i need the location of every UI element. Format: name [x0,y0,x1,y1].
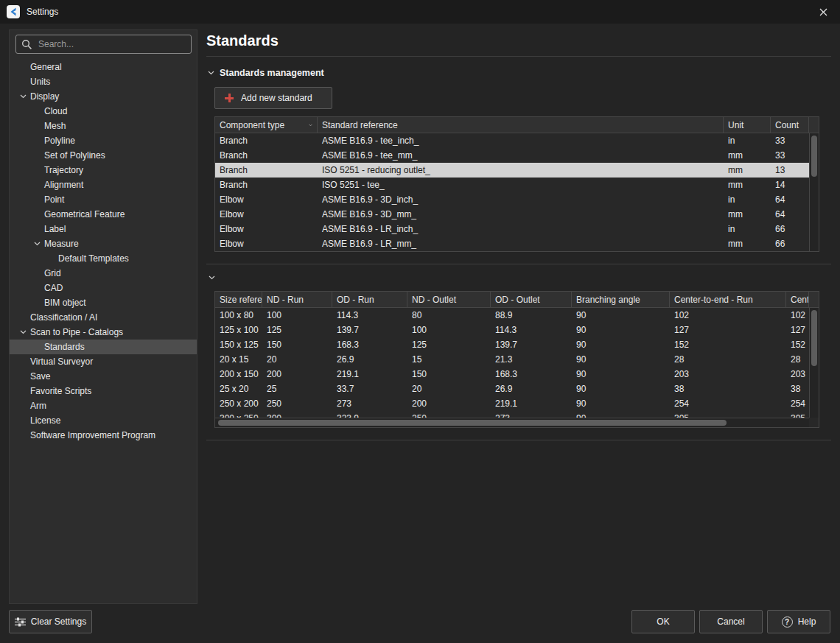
sidebar-item-set-of-polylines[interactable]: Set of Polylines [10,148,197,163]
clear-settings-button[interactable]: Clear Settings [9,610,92,633]
sidebar-item-scan-to-pipe-catalogs[interactable]: Scan to Pipe - Catalogs [10,325,197,340]
table-cell: Branch [215,178,318,192]
sidebar-item-display[interactable]: Display [10,89,197,104]
section-standards-management[interactable]: Standards management [208,68,324,78]
standards-row[interactable]: BranchISO 5251 - reducing outlet_mm13 [215,163,819,178]
sidebar-item-grid[interactable]: Grid [10,266,197,281]
sizes-column-nd-outlet[interactable]: ND - Outlet [407,292,491,307]
sidebar-item-bim-object[interactable]: BIM object [10,295,197,310]
standards-row[interactable]: BranchASME B16.9 - tee_inch_in33 [215,133,819,148]
sizes-row[interactable]: 100 x 80100114.38088.990102102 [215,308,819,323]
search-box[interactable] [15,35,192,54]
help-button[interactable]: ? Help [767,610,830,633]
sizes-column-size-reference[interactable]: Size reference [215,292,262,307]
horizontal-scrollbar[interactable] [215,418,809,427]
sizes-table: Size referenceND - RunOD - RunND - Outle… [214,291,819,428]
sizes-column-nd-run[interactable]: ND - Run [262,292,332,307]
standards-column-standard-reference[interactable]: Standard reference [318,117,724,133]
standards-column-unit[interactable]: Unit [724,117,771,133]
column-label: Cente [791,295,809,305]
table-cell: 114.3 [332,308,407,323]
section-sizes-toggle[interactable] [209,272,215,282]
sidebar-item-polyline[interactable]: Polyline [10,133,197,148]
sidebar-item-standards[interactable]: Standards [10,340,197,354]
sizes-row[interactable]: 125 x 100125139.7100114.390127127 [215,323,819,337]
table-cell: 33.7 [332,382,407,396]
sizes-row[interactable]: 250 x 200250273200219.190254254 [215,396,819,411]
sidebar-item-license[interactable]: License [10,413,197,428]
sizes-row[interactable]: 300 x 250300323.925027390305305 [215,411,819,418]
table-cell: 250 [407,411,491,418]
sidebar-item-label: Cloud [44,106,67,116]
sidebar-item-general[interactable]: General [10,60,197,74]
search-input[interactable] [38,39,182,49]
chevron-down-icon[interactable] [34,242,44,246]
table-cell: 66 [771,236,809,251]
scrollbar-thumb[interactable] [811,136,817,177]
sizes-column-center-to-end-run[interactable]: Center-to-end - Run [670,292,786,307]
sizes-row[interactable]: 25 x 202533.72026.9903838 [215,382,819,396]
standards-row[interactable]: BranchISO 5251 - tee_mm14 [215,178,819,192]
table-cell: 152 [670,337,786,352]
standards-row[interactable]: ElbowASME B16.9 - 3D_inch_in64 [215,192,819,207]
sidebar-item-virtual-surveyor[interactable]: Virtual Surveyor [10,354,197,369]
standards-row[interactable]: ElbowASME B16.9 - LR_mm_mm66 [215,236,819,251]
table-cell: 100 [262,308,332,323]
sidebar-item-cloud[interactable]: Cloud [10,104,197,119]
sidebar-item-alignment[interactable]: Alignment [10,178,197,192]
sidebar-item-label[interactable]: Label [10,222,197,236]
settings-tree: GeneralUnitsDisplayCloudMeshPolylineSet … [10,60,197,443]
sidebar-item-point[interactable]: Point [10,192,197,207]
sizes-row[interactable]: 200 x 150200219.1150168.390203203 [215,367,819,382]
sidebar-item-classification-ai[interactable]: Classification / AI [10,310,197,325]
sidebar-item-default-templates[interactable]: Default Templates [10,251,197,266]
close-button[interactable] [806,0,840,24]
standards-header: Component typeStandard referenceUnitCoun… [215,117,819,133]
standards-row[interactable]: ElbowASME B16.9 - LR_inch_in66 [215,222,819,236]
sidebar-item-mesh[interactable]: Mesh [10,119,197,133]
ok-button[interactable]: OK [631,610,695,633]
sidebar-item-trajectory[interactable]: Trajectory [10,163,197,178]
app-logo-icon [7,5,20,18]
table-cell: 219.1 [491,396,572,411]
standards-column-component-type[interactable]: Component type [215,117,318,133]
sizes-row[interactable]: 20 x 152026.91521.3902828 [215,352,819,367]
chevron-down-icon[interactable] [20,330,30,334]
table-cell: 38 [786,382,809,396]
sizes-row[interactable]: 150 x 125150168.3125139.790152152 [215,337,819,352]
sizes-body: 100 x 80100114.38088.990102102125 x 1001… [215,308,819,418]
scrollbar-thumb[interactable] [218,420,727,426]
sidebar-item-measure[interactable]: Measure [10,236,197,251]
table-cell: 20 [407,382,491,396]
sizes-column-cente[interactable]: Cente [786,292,809,307]
cancel-button[interactable]: Cancel [699,610,763,633]
table-cell: 25 [262,382,332,396]
table-cell: Elbow [215,207,318,222]
chevron-down-icon[interactable] [20,94,30,99]
standards-row[interactable]: BranchASME B16.9 - tee_mm_mm33 [215,148,819,163]
sidebar-item-favorite-scripts[interactable]: Favorite Scripts [10,384,197,398]
sizes-column-od-outlet[interactable]: OD - Outlet [491,292,572,307]
sidebar-item-cad[interactable]: CAD [10,281,197,295]
search-icon [21,39,32,50]
scrollbar-thumb[interactable] [811,310,817,366]
sizes-column-od-run[interactable]: OD - Run [332,292,407,307]
column-label: Center-to-end - Run [674,295,753,305]
sidebar-item-geometrical-feature[interactable]: Geometrical Feature [10,207,197,222]
standards-row[interactable]: ElbowASME B16.9 - 3D_mm_mm64 [215,207,819,222]
sidebar-item-units[interactable]: Units [10,74,197,89]
add-standard-button[interactable]: Add new standard [214,87,332,109]
sidebar-item-save[interactable]: Save [10,369,197,384]
sidebar-item-arm[interactable]: Arm [10,398,197,413]
table-cell: 21.3 [491,352,572,367]
divider [206,56,831,57]
table-cell: ASME B16.9 - LR_inch_ [318,222,724,236]
table-cell: Branch [215,163,318,178]
vertical-scrollbar[interactable] [809,308,819,418]
table-cell: ISO 5251 - tee_ [318,178,724,192]
vertical-scrollbar[interactable] [809,133,819,251]
sidebar-item-software-improvement-program[interactable]: Software Improvement Program [10,428,197,443]
sizes-column-branching-angle[interactable]: Branching angle [572,292,670,307]
standards-column-count[interactable]: Count [771,117,809,133]
page-title: Standards [206,32,279,49]
